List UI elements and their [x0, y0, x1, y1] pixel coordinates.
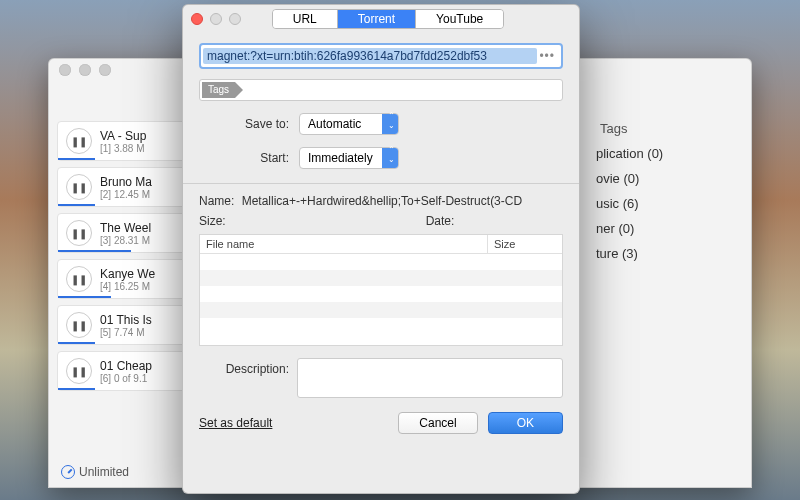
close-icon[interactable] [191, 13, 203, 25]
tab-youtube[interactable]: YouTube [416, 10, 503, 28]
size-label: Size: [199, 214, 226, 228]
traffic-light-close[interactable] [59, 64, 71, 76]
pause-icon[interactable]: ❚❚ [66, 266, 92, 292]
list-item[interactable]: ❚❚ VA - Sup [1] 3.88 M [57, 121, 191, 161]
table-row [200, 302, 562, 318]
ok-button[interactable]: OK [488, 412, 563, 434]
list-item[interactable]: ❚❚ Kanye We [4] 16.25 M [57, 259, 191, 299]
start-select[interactable]: Immediately [299, 147, 399, 169]
add-download-dialog: URL Torrent YouTube magnet:?xt=urn:btih:… [182, 4, 580, 494]
tags-chip: Tags [202, 82, 235, 98]
pause-icon[interactable]: ❚❚ [66, 174, 92, 200]
tab-url[interactable]: URL [273, 10, 338, 28]
description-label: Description: [199, 358, 289, 376]
dialog-titlebar: URL Torrent YouTube [183, 5, 579, 33]
download-title: 01 This Is [100, 313, 152, 327]
list-item[interactable]: ❚❚ The Weel [3] 28.31 M [57, 213, 191, 253]
minimize-icon [210, 13, 222, 25]
cancel-button[interactable]: Cancel [398, 412, 477, 434]
start-label: Start: [199, 151, 289, 165]
download-title: VA - Sup [100, 129, 146, 143]
tag-item[interactable]: ture (3) [596, 246, 751, 261]
table-row [200, 318, 562, 334]
download-title: 01 Cheap [100, 359, 152, 373]
table-row [200, 286, 562, 302]
source-tabs: URL Torrent YouTube [272, 9, 505, 29]
download-title: Kanye We [100, 267, 155, 281]
downloads-list: ❚❚ VA - Sup [1] 3.88 M ❚❚ Bruno Ma [2] 1… [49, 81, 191, 487]
table-row [200, 254, 562, 270]
col-filename[interactable]: File name [200, 235, 488, 253]
pause-icon[interactable]: ❚❚ [66, 220, 92, 246]
speed-label: Unlimited [79, 465, 129, 479]
name-label: Name: [199, 194, 234, 208]
traffic-light-zoom[interactable] [99, 64, 111, 76]
gauge-icon [61, 465, 75, 479]
tag-item[interactable]: ner (0) [596, 221, 751, 236]
save-to-select[interactable]: Automatic [299, 113, 399, 135]
date-label: Date: [426, 214, 455, 228]
zoom-icon [229, 13, 241, 25]
pause-icon[interactable]: ❚❚ [66, 128, 92, 154]
tag-item[interactable]: usic (6) [596, 196, 751, 211]
url-value: magnet:?xt=urn:btih:626fa993614a7bd7fdd2… [203, 48, 537, 64]
name-value: Metallica+-+Hardwired&hellip;To+Self-Des… [242, 194, 522, 208]
download-title: Bruno Ma [100, 175, 152, 189]
tab-torrent[interactable]: Torrent [338, 10, 416, 28]
tag-item[interactable]: ovie (0) [596, 171, 751, 186]
set-default-link[interactable]: Set as default [199, 416, 272, 430]
list-item[interactable]: ❚❚ 01 Cheap [6] 0 of 9.1 [57, 351, 191, 391]
description-input[interactable] [297, 358, 563, 398]
col-size[interactable]: Size [488, 235, 562, 253]
table-row [200, 270, 562, 286]
tag-item[interactable]: plication (0) [596, 146, 751, 161]
tags-header: Tags [596, 121, 751, 136]
pause-icon[interactable]: ❚❚ [66, 312, 92, 338]
speed-footer[interactable]: Unlimited [61, 465, 129, 479]
ellipsis-icon[interactable]: ••• [539, 49, 555, 63]
traffic-light-min[interactable] [79, 64, 91, 76]
pause-icon[interactable]: ❚❚ [66, 358, 92, 384]
download-title: The Weel [100, 221, 151, 235]
list-item[interactable]: ❚❚ 01 This Is [5] 7.74 M [57, 305, 191, 345]
url-input[interactable]: magnet:?xt=urn:btih:626fa993614a7bd7fdd2… [199, 43, 563, 69]
list-item[interactable]: ❚❚ Bruno Ma [2] 12.45 M [57, 167, 191, 207]
file-table[interactable]: File name Size [199, 234, 563, 346]
tags-input[interactable]: Tags [199, 79, 563, 101]
save-to-label: Save to: [199, 117, 289, 131]
